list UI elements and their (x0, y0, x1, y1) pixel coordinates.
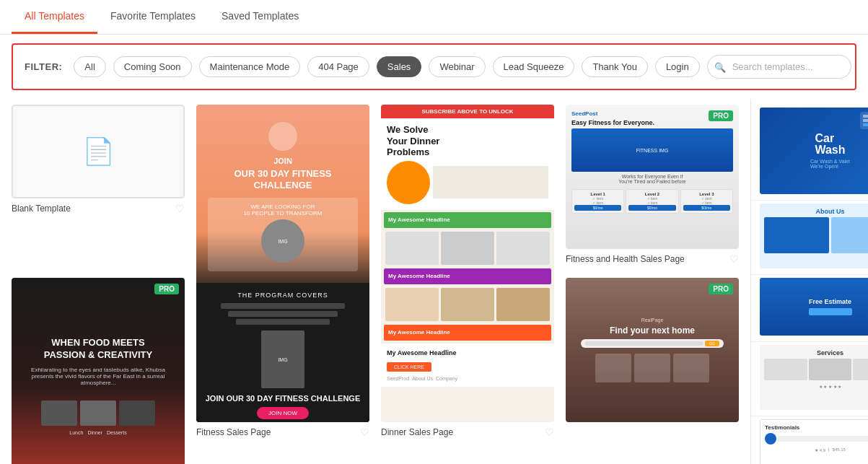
templates-grid-area: 📄 Blank Template ♡ PRO WHEN FOOD MEETSPA… (0, 99, 750, 464)
template-food[interactable]: PRO WHEN FOOD MEETSPASSION & CREATIVITY … (12, 278, 185, 464)
food-pro-badge: PRO (154, 284, 179, 294)
search-input[interactable] (707, 55, 851, 79)
template-fitness-pink[interactable]: JOIN OUR 30 DAY FITNESS CHALLENGE WE ARE… (196, 105, 369, 464)
search-icon: 🔍 (714, 61, 726, 72)
template-fitness-health[interactable]: PRO SeedPost Easy Fitness for Everyone. … (566, 105, 739, 266)
template-blank-label: Blank Template ♡ (12, 198, 185, 216)
tabs-bar: All Templates Favorite Templates Saved T… (0, 0, 868, 35)
template-dinner[interactable]: SUBSCRIBE ABOVE TO UNLOCK We SolveYour D… (381, 105, 554, 464)
template-fitness-pink-label: Fitness Sales Page ♡ (196, 422, 369, 439)
fitness-pink-favorite-icon[interactable]: ♡ (360, 426, 369, 438)
filter-thank-you[interactable]: Thank You (582, 56, 647, 77)
right-panel: PRO CarWash Car Wash & ValetWe're Open! … (750, 99, 868, 464)
filter-404-page[interactable]: 404 Page (307, 56, 369, 77)
tab-all-templates[interactable]: All Templates (12, 0, 97, 34)
right-card-estimate[interactable]: Free Estimate (751, 275, 868, 342)
right-card-carwash[interactable]: PRO CarWash Car Wash & ValetWe're Open! (751, 105, 868, 201)
right-card-services[interactable]: Services ★ ★ ★ ★ ★ (751, 342, 868, 416)
template-fitness-health-label: Fitness and Health Sales Page ♡ (566, 249, 739, 266)
template-blank[interactable]: 📄 Blank Template ♡ (12, 105, 185, 266)
filter-lead-squeeze[interactable]: Lead Squeeze (493, 56, 575, 77)
filter-sales[interactable]: Sales (377, 56, 422, 77)
filter-label: FILTER: (25, 61, 62, 72)
real-estate-pro-badge: PRO (709, 284, 733, 294)
filter-maintenance-mode[interactable]: Maintenance Mode (199, 56, 301, 77)
fitness-health-pro-badge: PRO (709, 110, 733, 121)
filter-all[interactable]: All (74, 56, 105, 77)
template-real-estate[interactable]: PRO RealPage Find your next home GO (566, 278, 739, 464)
tab-favorite-templates[interactable]: Favorite Templates (97, 0, 209, 34)
filter-coming-soon[interactable]: Coming Soon (113, 56, 192, 77)
filter-bar: FILTER: All Coming Soon Maintenance Mode… (12, 43, 856, 90)
templates-grid: 📄 Blank Template ♡ PRO WHEN FOOD MEETSPA… (12, 105, 739, 464)
main-content: 📄 Blank Template ♡ PRO WHEN FOOD MEETSPA… (0, 99, 868, 464)
blank-favorite-icon[interactable]: ♡ (175, 203, 185, 214)
search-box: 🔍 (707, 55, 851, 79)
document-icon: 📄 (82, 136, 115, 167)
right-card-testimonials[interactable]: Testimonials ★ 4.9|$45.15 (751, 416, 868, 464)
template-dinner-label: Dinner Sales Page ♡ (381, 422, 554, 439)
filter-login[interactable]: Login (655, 56, 700, 77)
tab-saved-templates[interactable]: Saved Templates (209, 0, 312, 34)
dinner-favorite-icon[interactable]: ♡ (545, 426, 554, 438)
right-card-about[interactable]: About Us (751, 201, 868, 275)
filter-webinar[interactable]: Webinar (429, 56, 485, 77)
fitness-health-favorite-icon[interactable]: ♡ (729, 253, 739, 265)
